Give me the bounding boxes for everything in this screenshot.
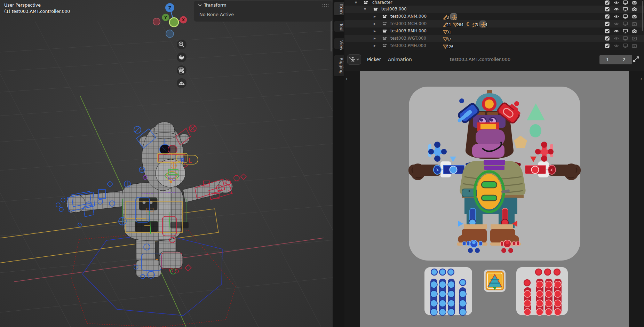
camera-view-button[interactable]: [177, 65, 186, 75]
outliner-item-label[interactable]: test003.ANM.000: [390, 13, 427, 20]
eye-icon[interactable]: [614, 29, 619, 34]
chevron-right-icon[interactable]: ▶: [374, 35, 376, 42]
camera-disabled-icon[interactable]: [632, 43, 637, 48]
action-person-icon: [450, 13, 457, 20]
camera-icon[interactable]: [632, 0, 637, 5]
collection-icon: [382, 43, 387, 48]
monitor-icon[interactable]: [623, 7, 628, 12]
monitor-icon[interactable]: [623, 0, 628, 5]
expand-left-region-icon[interactable]: ›: [346, 76, 348, 81]
picker-finger-panel-right[interactable]: [516, 267, 568, 316]
transform-panel[interactable]: Transform No Bone Active: [194, 1, 333, 22]
outliner-item-label[interactable]: test003.MCH.000: [390, 20, 427, 27]
outliner-row[interactable]: ▶ test003.PMH.000 126: [344, 42, 644, 49]
gizmo-y-axis[interactable]: Y: [162, 14, 169, 21]
collection-icon: [363, 0, 368, 5]
outliner-item-label[interactable]: test003.WGT.000: [390, 35, 426, 42]
tab-view[interactable]: View: [334, 38, 344, 49]
monitor-icon[interactable]: [623, 21, 628, 26]
outliner-row[interactable]: ▼ test003.000: [344, 6, 644, 13]
eye-icon[interactable]: [614, 0, 619, 5]
chevron-right-icon[interactable]: ▶: [374, 13, 376, 20]
picker-canvas[interactable]: [360, 71, 629, 327]
picker-tab[interactable]: Picker: [367, 57, 381, 62]
picker-finger-panel-left[interactable]: [424, 267, 472, 316]
eye-icon[interactable]: [614, 7, 619, 12]
checkbox-icon[interactable]: [605, 7, 610, 12]
monitor-icon[interactable]: [623, 43, 628, 48]
checkbox-icon[interactable]: [605, 21, 610, 26]
checkbox-icon[interactable]: [605, 43, 610, 48]
animation-tab[interactable]: Animation: [388, 57, 412, 62]
collection-icon: [382, 36, 387, 41]
page-1-button[interactable]: 1: [599, 55, 616, 64]
gizmo-x-axis[interactable]: X: [180, 16, 187, 24]
checkbox-icon[interactable]: [605, 0, 610, 5]
outliner-row[interactable]: ▶ test003.ANM.000 3: [344, 13, 644, 20]
checkbox-icon[interactable]: [605, 29, 610, 34]
eye-icon[interactable]: [614, 14, 619, 19]
transform-panel-title[interactable]: Transform: [204, 2, 226, 8]
outliner-item-label[interactable]: test003.RMH.000: [390, 27, 427, 35]
outliner-scrollbar[interactable]: [642, 1, 643, 31]
blender-window: R L: [0, 0, 644, 327]
camera-disabled-icon[interactable]: [632, 36, 637, 41]
page-2-button[interactable]: 2: [616, 55, 633, 64]
outliner-row[interactable]: ▶ test003.RMH.000 31: [344, 27, 644, 35]
tab-view-label: View: [339, 40, 344, 50]
camera-icon[interactable]: [632, 14, 637, 19]
chevron-right-icon[interactable]: ▶: [374, 27, 376, 35]
pan-button[interactable]: [177, 53, 186, 62]
monitor-icon[interactable]: [623, 29, 628, 34]
armature-icon: 11: [443, 20, 451, 27]
tab-rigging-label: Rigging: [339, 58, 344, 73]
chevron-right-icon[interactable]: ▶: [374, 20, 376, 27]
mesh-icon: 47: [443, 35, 451, 42]
eye-icon[interactable]: [614, 21, 619, 26]
nav-gizmo[interactable]: Y X Z: [152, 1, 193, 93]
transform-panel-status: No Bone Active: [199, 12, 234, 17]
outliner-row[interactable]: ▶ test003.MCH.000 11 284 3: [344, 20, 644, 27]
perspective-button[interactable]: [177, 78, 186, 88]
chevron-down-icon[interactable]: ▼: [364, 6, 366, 13]
fullscreen-icon[interactable]: [633, 56, 639, 63]
gizmo-z-axis[interactable]: Z: [165, 3, 174, 12]
outliner-item-label[interactable]: test003.PMH.000: [390, 42, 426, 49]
tab-rigging[interactable]: Rigging: [334, 55, 344, 77]
collapse-right-region-icon[interactable]: ‹: [640, 76, 642, 81]
viewport-overlay-text: User Perspective (1) test003.AMT.control…: [4, 2, 70, 15]
gizmo-minus-z[interactable]: [166, 30, 174, 38]
tab-item-label: Item: [339, 4, 344, 14]
camera-disabled-icon[interactable]: [632, 21, 637, 26]
monitor-icon[interactable]: [623, 36, 628, 41]
camera-icon[interactable]: [632, 29, 637, 34]
gizmo-minus-y[interactable]: [169, 18, 178, 27]
grip-icon[interactable]: [322, 4, 329, 7]
chevron-down-icon[interactable]: [198, 4, 202, 7]
chevron-right-icon[interactable]: ▶: [374, 42, 376, 49]
picker-header: Picker Animation test003.AMT.controller.…: [344, 50, 644, 71]
camera-icon[interactable]: [632, 7, 637, 12]
svg-text:Z: Z: [168, 6, 172, 10]
gizmo-minus-x[interactable]: [153, 18, 160, 25]
action-person-icon: 4: [479, 20, 487, 27]
viewport-3d[interactable]: R L: [0, 0, 333, 327]
outliner[interactable]: ▼ character ▼ test003.000: [344, 0, 644, 50]
tab-item[interactable]: Item: [334, 2, 344, 16]
tab-tool[interactable]: Tool: [334, 21, 344, 32]
editor-type-button[interactable]: [347, 54, 361, 65]
collection-icon: [373, 7, 378, 12]
outliner-row[interactable]: ▶ test003.WGT.000 47: [344, 35, 644, 42]
zoom-button[interactable]: [177, 40, 186, 49]
viewport-active-object: (1) test003.AMT.controller.000: [4, 8, 70, 15]
outliner-item-label[interactable]: test003.000: [381, 6, 407, 13]
eye-icon[interactable]: [614, 36, 619, 41]
picker-tree-button[interactable]: [484, 270, 506, 292]
monitor-icon[interactable]: [623, 14, 628, 19]
checkbox-icon[interactable]: [605, 36, 610, 41]
chevron-down-icon: [356, 58, 359, 61]
curve-icon: [465, 21, 470, 27]
eye-icon[interactable]: [614, 43, 619, 48]
mesh-icon: 284: [453, 20, 463, 27]
checkbox-icon[interactable]: [605, 14, 610, 19]
